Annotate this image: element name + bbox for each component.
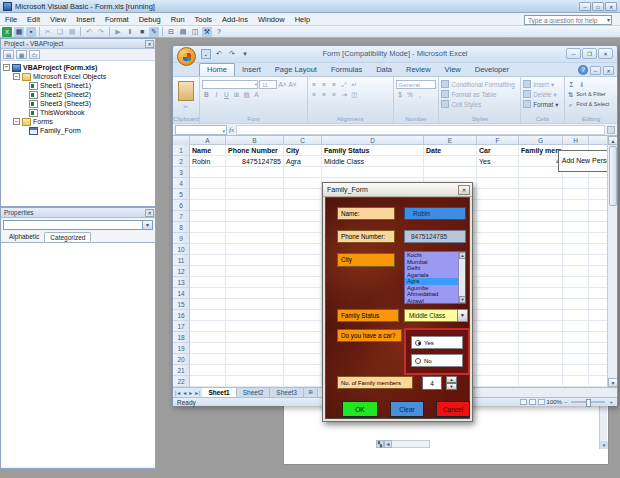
cell[interactable]	[477, 233, 519, 244]
cell[interactable]	[589, 321, 607, 332]
cell[interactable]	[424, 156, 477, 167]
zoom-in-icon[interactable]: +	[609, 399, 613, 405]
row-header[interactable]: 7	[173, 211, 190, 222]
fill-color-icon[interactable]: ▨	[242, 90, 251, 99]
cell[interactable]	[477, 332, 519, 343]
cell[interactable]	[477, 365, 519, 376]
cell[interactable]	[477, 222, 519, 233]
cell[interactable]	[477, 299, 519, 310]
column-header[interactable]: H	[563, 136, 589, 145]
ribbon-tab[interactable]: View	[438, 64, 468, 76]
tab-categorized[interactable]: Categorized	[44, 232, 91, 242]
cell[interactable]	[519, 178, 563, 189]
paste-icon[interactable]: ▤	[67, 27, 77, 37]
toolbox-icon[interactable]: ⚒	[202, 27, 212, 37]
row-header[interactable]: 5	[173, 189, 190, 200]
cell[interactable]	[563, 200, 589, 211]
menu-item[interactable]: Insert	[71, 15, 100, 24]
cell[interactable]	[190, 332, 226, 343]
cell[interactable]	[190, 343, 226, 354]
tree-item-forms[interactable]: − Forms	[1, 117, 155, 126]
cell[interactable]	[589, 343, 607, 354]
cell[interactable]	[589, 189, 607, 200]
cell[interactable]	[322, 167, 424, 178]
vertical-scrollbar[interactable]	[599, 405, 607, 449]
close-workbook-icon[interactable]: ✕	[603, 66, 614, 75]
menu-item[interactable]: Add-Ins	[217, 15, 253, 24]
number-format-dropdown[interactable]: General	[396, 80, 436, 89]
cell[interactable]	[563, 343, 589, 354]
clear-button[interactable]: Clear	[390, 401, 424, 417]
form-titlebar[interactable]: Family_Form ✕	[323, 183, 472, 197]
align-left-icon[interactable]: ≡	[310, 90, 319, 99]
cell[interactable]	[226, 255, 284, 266]
menu-item[interactable]: Edit	[22, 15, 45, 24]
cell[interactable]	[519, 299, 563, 310]
minimize-workbook-icon[interactable]: ─	[590, 66, 601, 75]
find-select-button[interactable]: ⌕Find & Select	[567, 99, 615, 109]
insert-userform-icon[interactable]: ▦	[14, 27, 24, 37]
cell[interactable]	[477, 211, 519, 222]
row-header[interactable]: 6	[173, 200, 190, 211]
cell[interactable]	[226, 233, 284, 244]
sheet-tab[interactable]: Sheet3	[270, 388, 304, 397]
object-browser-icon[interactable]: ◫	[190, 27, 200, 37]
view-code-icon[interactable]: ▤	[3, 50, 14, 59]
cell[interactable]	[284, 255, 322, 266]
cell[interactable]: City	[284, 145, 322, 156]
cell[interactable]	[477, 343, 519, 354]
align-top-icon[interactable]: ≡	[310, 80, 319, 89]
column-header[interactable]: D	[322, 136, 424, 145]
cell[interactable]	[226, 222, 284, 233]
ok-button[interactable]: OK	[342, 401, 378, 417]
cell[interactable]	[477, 167, 519, 178]
cell[interactable]	[284, 167, 322, 178]
copy-icon[interactable]: ❏	[55, 27, 65, 37]
menu-item[interactable]: Window	[253, 15, 290, 24]
ribbon-tab[interactable]: Page Layout	[268, 64, 324, 76]
cell[interactable]	[226, 266, 284, 277]
cell[interactable]	[284, 277, 322, 288]
cell[interactable]	[519, 222, 563, 233]
cell[interactable]	[190, 288, 226, 299]
spin-up-icon[interactable]: ▲	[446, 376, 457, 383]
cell[interactable]	[190, 211, 226, 222]
cell[interactable]	[519, 365, 563, 376]
sheet-tab[interactable]: Sheet1	[202, 388, 236, 397]
cell[interactable]	[589, 178, 607, 189]
ribbon-tab[interactable]: Developer	[468, 64, 516, 76]
row-header[interactable]: 22	[173, 376, 190, 387]
cut-icon[interactable]: ✂	[181, 102, 190, 111]
name-box[interactable]: ▾	[175, 125, 227, 135]
cell[interactable]	[226, 332, 284, 343]
cell[interactable]	[284, 376, 322, 387]
borders-icon[interactable]: ⊞	[232, 90, 241, 99]
format-cells-button[interactable]: Format ▾	[523, 99, 562, 109]
cell[interactable]: Yes	[477, 156, 519, 167]
cell[interactable]	[519, 376, 563, 387]
cell[interactable]	[226, 178, 284, 189]
first-sheet-icon[interactable]: |◄	[175, 390, 181, 396]
cell[interactable]	[284, 321, 322, 332]
office-button[interactable]	[177, 47, 196, 66]
break-icon[interactable]: ‖	[125, 27, 135, 37]
cell[interactable]	[589, 244, 607, 255]
cell[interactable]	[563, 266, 589, 277]
row-header[interactable]: 12	[173, 266, 190, 277]
accounting-format-icon[interactable]: $	[396, 90, 405, 99]
row-header[interactable]: 17	[173, 321, 190, 332]
percent-format-icon[interactable]: %	[406, 90, 415, 99]
tree-item-family-form[interactable]: Family_Form	[1, 126, 155, 135]
members-field[interactable]: 4	[422, 376, 442, 390]
cell[interactable]	[226, 288, 284, 299]
cell[interactable]	[519, 321, 563, 332]
next-sheet-icon[interactable]: ►	[188, 390, 193, 396]
cell[interactable]	[226, 321, 284, 332]
row-header[interactable]: 8	[173, 222, 190, 233]
cell[interactable]	[563, 354, 589, 365]
tree-item-sheet2[interactable]: Sheet2 (Sheet2)	[1, 90, 155, 99]
cell[interactable]	[190, 200, 226, 211]
cell[interactable]: 8475124785	[226, 156, 284, 167]
cell[interactable]	[284, 211, 322, 222]
cell[interactable]: Agra	[284, 156, 322, 167]
